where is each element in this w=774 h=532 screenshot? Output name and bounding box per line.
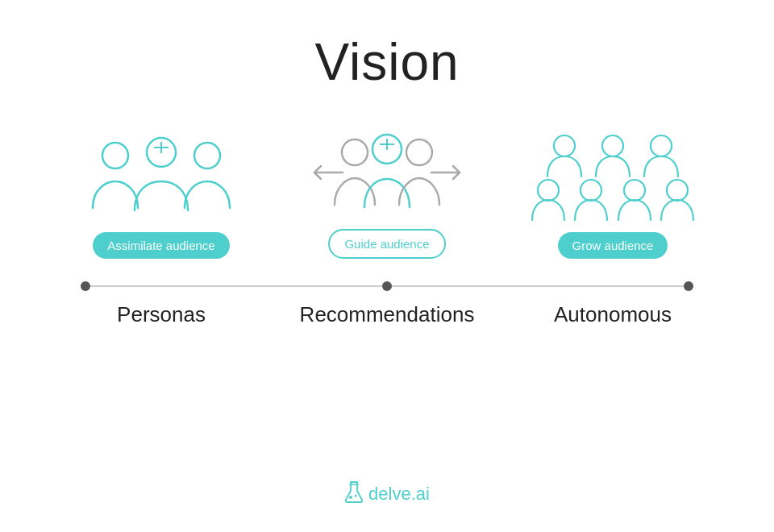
footer-logo-icon xyxy=(344,480,364,508)
footer-brand-suffix: .ai xyxy=(411,484,430,504)
icon-personas xyxy=(85,127,238,224)
footer-brand: delve.ai xyxy=(368,484,430,505)
svg-point-21 xyxy=(355,495,357,497)
svg-point-13 xyxy=(602,135,623,156)
page-title: Vision xyxy=(0,0,774,92)
labels-row: Personas Recommendations Autonomous xyxy=(0,302,774,327)
footer-brand-name: delve xyxy=(368,484,411,504)
svg-point-15 xyxy=(538,180,559,201)
svg-point-14 xyxy=(651,135,672,156)
column-personas: Assimilate audience xyxy=(73,127,250,267)
badge-guide: Guide audience xyxy=(328,229,445,259)
svg-point-12 xyxy=(554,135,575,156)
timeline-dot-3 xyxy=(684,281,693,291)
timeline-dot-1 xyxy=(81,281,90,291)
svg-point-20 xyxy=(349,496,352,499)
svg-point-2 xyxy=(194,143,220,168)
icon-recommendations xyxy=(306,124,468,221)
label-autonomous: Autonomous xyxy=(524,302,701,327)
svg-point-7 xyxy=(342,139,368,165)
label-recommendations: Recommendations xyxy=(298,302,476,327)
badge-assimilate: Assimilate audience xyxy=(93,232,229,259)
timeline-line-2 xyxy=(392,285,684,287)
column-autonomous: Grow audience xyxy=(524,127,701,267)
timeline-dot-2 xyxy=(382,281,392,291)
svg-point-17 xyxy=(624,180,645,201)
main-content: Assimilate audience xyxy=(0,124,774,267)
label-personas: Personas xyxy=(73,302,250,327)
footer: delve.ai xyxy=(0,480,774,508)
svg-point-18 xyxy=(667,180,688,201)
icon-autonomous xyxy=(528,127,697,224)
svg-point-0 xyxy=(102,143,128,168)
column-recommendations: Guide audience xyxy=(298,124,476,267)
svg-point-16 xyxy=(580,180,601,201)
timeline xyxy=(0,281,774,291)
svg-point-11 xyxy=(406,139,432,165)
badge-grow: Grow audience xyxy=(558,232,668,259)
timeline-line-1 xyxy=(90,285,382,287)
